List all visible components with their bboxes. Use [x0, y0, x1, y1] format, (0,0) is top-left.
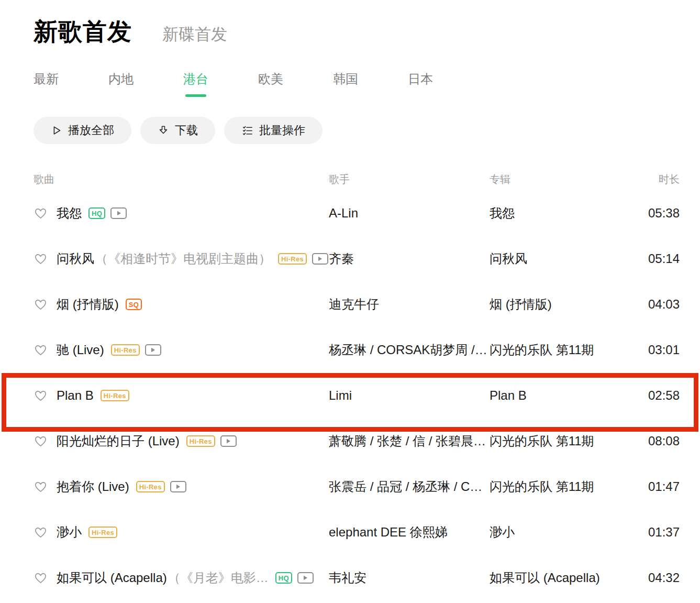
mv-badge[interactable] — [170, 481, 186, 492]
artist-cell[interactable]: 齐秦 — [329, 250, 490, 267]
song-row[interactable]: 如果可以 (Acapella) （《月老》电影… HQ 韦礼安 如果可以 (Ac… — [34, 555, 680, 600]
song-title[interactable]: 我怨 — [57, 205, 82, 222]
song-title[interactable]: 如果可以 (Acapella) — [57, 569, 167, 586]
table-header: 歌曲 歌手 专辑 时长 — [34, 172, 680, 186]
tab-欧美[interactable]: 欧美 — [258, 71, 283, 87]
artist-cell[interactable]: 迪克牛仔 — [329, 296, 490, 313]
album-cell[interactable]: 闪光的乐队 第11期 — [490, 342, 632, 358]
duration-cell: 01:47 — [632, 479, 680, 494]
batch-operations-button[interactable]: 批量操作 — [224, 117, 323, 144]
quality-badge-hq: HQ — [88, 207, 105, 219]
heart-icon[interactable] — [34, 206, 48, 220]
album-cell[interactable]: 问秋风 — [490, 250, 632, 267]
song-row[interactable]: 我怨 HQ A-Lin 我怨 05:38 — [34, 190, 680, 236]
heart-icon[interactable] — [34, 343, 48, 356]
page-title: 新歌首发 — [34, 16, 132, 48]
mv-play-badge-icon — [175, 484, 181, 490]
song-title[interactable]: Plan B — [57, 388, 94, 403]
tab-日本[interactable]: 日本 — [408, 71, 433, 87]
play-triangle-icon — [51, 125, 62, 136]
song-cell: Plan B Hi-Res — [34, 388, 329, 403]
download-button[interactable]: 下载 — [140, 117, 215, 144]
tab-港台[interactable]: 港台 — [183, 71, 208, 87]
song-title[interactable]: 烟 (抒情版) — [57, 296, 119, 313]
song-cell: 抱着你 (Live) Hi-Res — [34, 478, 329, 495]
mv-play-badge-icon — [150, 347, 156, 353]
song-cell: 我怨 HQ — [34, 205, 329, 222]
artist-cell[interactable]: 萧敬腾 / 张楚 / 信 / 张碧晨… — [329, 433, 490, 449]
song-title[interactable]: 阳光灿烂的日子 (Live) — [57, 433, 180, 449]
duration-cell: 04:03 — [632, 297, 680, 312]
region-tabs: 最新内地港台欧美韩国日本 — [34, 71, 680, 87]
album-cell[interactable]: 闪光的乐队 第11期 — [490, 433, 632, 449]
quality-badge-hires: Hi-Res — [111, 344, 140, 356]
artist-cell[interactable]: 张震岳 / 品冠 / 杨丞琳 / C… — [329, 478, 490, 495]
song-title[interactable]: 抱着你 (Live) — [57, 478, 129, 495]
album-cell[interactable]: Plan B — [490, 388, 632, 403]
heart-icon[interactable] — [34, 389, 48, 402]
duration-cell: 02:58 — [632, 388, 680, 403]
heart-icon[interactable] — [34, 252, 48, 265]
song-title[interactable]: 渺小 — [57, 524, 82, 541]
song-cell: 驰 (Live) Hi-Res — [34, 342, 329, 358]
album-cell[interactable]: 我怨 — [490, 205, 632, 222]
mv-badge[interactable] — [220, 435, 237, 447]
album-cell[interactable]: 闪光的乐队 第11期 — [490, 478, 632, 495]
mv-badge[interactable] — [312, 253, 328, 265]
song-cell: 问秋风 （《相逢时节》电视剧主题曲） Hi-Res — [34, 250, 329, 267]
song-cell: 渺小 Hi-Res — [34, 524, 329, 541]
artist-cell[interactable]: 杨丞琳 / CORSAK胡梦周 /… — [329, 342, 490, 358]
heart-icon[interactable] — [34, 571, 48, 584]
heart-icon[interactable] — [34, 480, 48, 493]
song-row[interactable]: 烟 (抒情版) SQ 迪克牛仔 烟 (抒情版) 04:03 — [34, 281, 680, 327]
download-label: 下载 — [175, 123, 198, 138]
quality-badge-hires: Hi-Res — [186, 435, 215, 447]
song-row[interactable]: 驰 (Live) Hi-Res 杨丞琳 / CORSAK胡梦周 /… 闪光的乐队… — [34, 327, 680, 372]
mv-badge[interactable] — [110, 207, 127, 219]
song-row[interactable]: 阳光灿烂的日子 (Live) Hi-Res 萧敬腾 / 张楚 / 信 / 张碧晨… — [34, 418, 680, 464]
batch-operations-label: 批量操作 — [259, 123, 305, 138]
play-all-label: 播放全部 — [68, 123, 114, 138]
song-subtitle: （《月老》电影… — [168, 569, 269, 586]
song-row[interactable]: 抱着你 (Live) Hi-Res 张震岳 / 品冠 / 杨丞琳 / C… 闪光… — [34, 464, 680, 509]
artist-cell[interactable]: 韦礼安 — [329, 569, 490, 586]
quality-badge-sq: SQ — [126, 299, 142, 310]
play-all-button[interactable]: 播放全部 — [34, 117, 131, 144]
column-header-duration: 时长 — [632, 172, 680, 186]
checklist-icon — [241, 125, 253, 137]
heart-icon[interactable] — [34, 525, 48, 539]
page-subtitle-new-album[interactable]: 新碟首发 — [162, 24, 227, 46]
song-row[interactable]: Plan B Hi-Res Limi Plan B 02:58 — [34, 372, 680, 418]
duration-cell: 03:01 — [632, 343, 680, 357]
tab-内地[interactable]: 内地 — [108, 71, 134, 87]
mv-badge[interactable] — [297, 572, 314, 584]
song-title[interactable]: 驰 (Live) — [57, 342, 104, 358]
song-badges: HQ — [88, 207, 105, 219]
toolbar: 播放全部 下载 批量操作 — [34, 117, 680, 144]
artist-cell[interactable]: Limi — [329, 388, 490, 403]
column-header-album: 专辑 — [490, 172, 632, 186]
quality-badge-hires: Hi-Res — [101, 390, 129, 401]
song-row[interactable]: 渺小 Hi-Res elephant DEE 徐熙娣 渺小 01:37 — [34, 509, 680, 555]
column-header-song: 歌曲 — [34, 172, 329, 186]
heart-icon[interactable] — [34, 298, 48, 311]
song-row[interactable]: 问秋风 （《相逢时节》电视剧主题曲） Hi-Res 齐秦 问秋风 05:14 — [34, 236, 680, 281]
heart-icon[interactable] — [34, 434, 48, 447]
album-cell[interactable]: 渺小 — [490, 524, 632, 541]
quality-badge-hires: Hi-Res — [136, 481, 165, 492]
tab-韩国[interactable]: 韩国 — [333, 71, 358, 87]
page-header: 新歌首发 新碟首发 — [34, 0, 680, 48]
album-cell[interactable]: 如果可以 (Acapella) — [490, 569, 632, 586]
song-title[interactable]: 问秋风 — [57, 250, 94, 267]
duration-cell: 01:37 — [632, 525, 680, 540]
album-cell[interactable]: 烟 (抒情版) — [490, 296, 632, 313]
artist-cell[interactable]: A-Lin — [329, 206, 490, 221]
mv-play-badge-icon — [116, 210, 122, 216]
duration-cell: 04:32 — [632, 571, 680, 585]
mv-badge[interactable] — [145, 344, 161, 356]
download-arrow-icon — [158, 125, 169, 136]
tab-最新[interactable]: 最新 — [34, 71, 59, 87]
song-badges: Hi-Res — [186, 435, 215, 447]
artist-cell[interactable]: elephant DEE 徐熙娣 — [329, 524, 490, 541]
quality-badge-hires: Hi-Res — [88, 527, 117, 538]
